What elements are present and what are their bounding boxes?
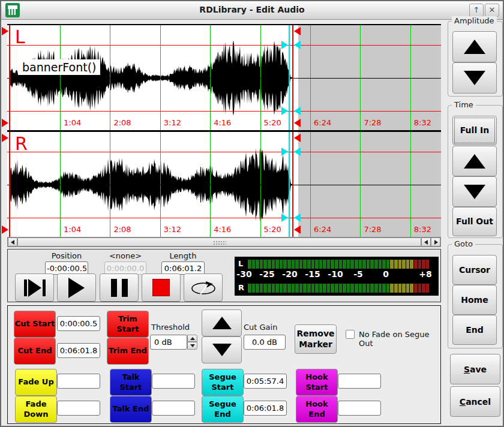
amplitude-ref-line (7, 152, 441, 152)
talk-start-field[interactable] (152, 374, 195, 389)
segue-end-field[interactable] (244, 401, 287, 416)
hook-end-field[interactable] (338, 401, 381, 416)
meter-scale-label: -25 (259, 269, 274, 279)
segue-end-marker[interactable] (294, 107, 301, 115)
meter-segment (386, 260, 390, 269)
spin-down-button[interactable] (187, 342, 197, 350)
hook-end-button[interactable]: Hook End (296, 396, 338, 423)
cut-start-marker[interactable] (2, 27, 8, 35)
segue-start-marker[interactable] (281, 41, 288, 49)
close-icon: ✕ (489, 5, 496, 14)
fade-down-button[interactable]: Fade Down (15, 396, 57, 423)
pause-button[interactable] (100, 273, 139, 302)
time-zoom-in-button[interactable] (452, 146, 497, 176)
transport-panel: Position <none> Length L (7, 249, 441, 302)
cut-start-line[interactable] (9, 25, 10, 130)
scroll-left-button[interactable] (8, 237, 17, 246)
meter-segment (303, 260, 307, 269)
waveform-channel-right[interactable]: 1:042:083:124:165:206:247:288:32 R (7, 131, 441, 237)
meter-segment (343, 284, 346, 293)
talk-end-button[interactable]: Talk End (110, 396, 152, 423)
scroll-right-button[interactable] (431, 237, 440, 246)
segue-end-marker[interactable] (294, 214, 301, 222)
segue-start-line[interactable] (289, 25, 290, 130)
cut-start-button[interactable]: Cut Start (14, 311, 56, 338)
hook-start-field[interactable] (338, 374, 381, 389)
segue-start-field[interactable] (244, 374, 287, 389)
gain-up-button[interactable] (202, 309, 242, 336)
loop-icon (190, 279, 217, 296)
trim-end-button[interactable]: Trim End (107, 338, 149, 365)
segue-start-button[interactable]: Segue Start (202, 369, 244, 396)
fade-down-field[interactable] (57, 401, 100, 416)
length-field[interactable] (161, 261, 205, 275)
meter-segment (323, 284, 326, 293)
segue-end-button[interactable]: Segue End (202, 396, 244, 423)
cut-end-line[interactable] (292, 25, 293, 130)
hook-start-button[interactable]: Hook Start (296, 369, 338, 396)
meter-segment (402, 260, 406, 269)
cut-end-marker[interactable] (294, 119, 301, 127)
amplitude-up-button[interactable] (452, 31, 497, 62)
gain-down-button[interactable] (202, 336, 242, 363)
fade-up-field[interactable] (57, 374, 100, 389)
no-fade-checkbox[interactable] (346, 330, 355, 339)
segue-start-line[interactable] (289, 132, 290, 237)
cut-end-field[interactable] (57, 343, 100, 358)
spin-up-button[interactable] (187, 335, 197, 342)
cut-start-marker[interactable] (2, 134, 8, 142)
cut-gain-field[interactable] (244, 335, 286, 350)
goto-home-button[interactable]: Home (452, 285, 497, 315)
meter-segment (343, 260, 346, 269)
meter-segment (350, 284, 354, 293)
cancel-button[interactable]: Cancel (450, 386, 500, 417)
shade-button[interactable]: ↑ (469, 4, 484, 17)
trim-start-button[interactable]: Trim Start (107, 311, 149, 338)
cut-start-marker[interactable] (2, 119, 8, 127)
segue-end-marker[interactable] (294, 148, 301, 156)
audio-meter: L R -30-25-20-15-10-50+8 (235, 257, 439, 296)
talk-start-button[interactable]: Talk Start (110, 369, 152, 396)
threshold-field[interactable] (150, 335, 187, 350)
cut-end-marker[interactable] (294, 27, 301, 35)
waveform-scrollbar[interactable] (7, 237, 441, 247)
cut-end-line[interactable] (292, 132, 293, 237)
full-out-button[interactable]: Full Out (452, 207, 497, 236)
cut-end-marker[interactable] (294, 225, 301, 234)
stop-button[interactable] (142, 273, 181, 302)
threshold-spinbox[interactable] (150, 335, 197, 350)
goto-cursor-button[interactable]: Cursor (452, 255, 497, 285)
amplitude-down-button[interactable] (452, 62, 497, 94)
fade-up-button[interactable]: Fade Up (15, 369, 57, 396)
segue-start-marker[interactable] (281, 148, 288, 156)
meter-segment (299, 260, 303, 269)
cut-start-line[interactable] (9, 132, 10, 237)
cut-start-marker[interactable] (2, 225, 8, 234)
cut-start-field[interactable] (57, 316, 100, 331)
meter-segment (295, 284, 299, 293)
scroll-left-button-2[interactable] (421, 237, 431, 246)
meter-segment (414, 260, 418, 269)
talk-end-field[interactable] (152, 401, 195, 416)
remove-marker-button[interactable]: Remove Marker (295, 324, 337, 354)
segue-end-marker[interactable] (294, 41, 301, 49)
goto-end-button[interactable]: End (452, 315, 497, 345)
edit-audio-window: RDLibrary - Edit Audio ↑ ✕ 1:042:083:124… (0, 0, 504, 427)
play-button[interactable] (57, 273, 96, 302)
segue-start-marker[interactable] (281, 214, 288, 222)
time-zoom-out-button[interactable] (452, 176, 497, 207)
play-from-start-button[interactable] (15, 273, 54, 302)
cut-end-button[interactable]: Cut End (14, 338, 56, 365)
save-button[interactable]: Save (450, 354, 500, 384)
position-field[interactable] (45, 261, 88, 275)
scrollbar-thumb[interactable] (17, 237, 421, 246)
meter-segment (292, 260, 295, 269)
cut-end-marker[interactable] (294, 134, 301, 142)
full-in-button[interactable]: Full In (452, 116, 497, 145)
close-button[interactable]: ✕ (485, 4, 499, 17)
loop-button[interactable] (184, 273, 223, 302)
meter-segment (398, 284, 402, 293)
waveform-channel-left[interactable]: 1:042:083:124:165:206:247:288:32 L banne… (7, 24, 441, 131)
segue-start-marker[interactable] (281, 107, 288, 115)
meter-scale-label: -30 (236, 269, 251, 279)
